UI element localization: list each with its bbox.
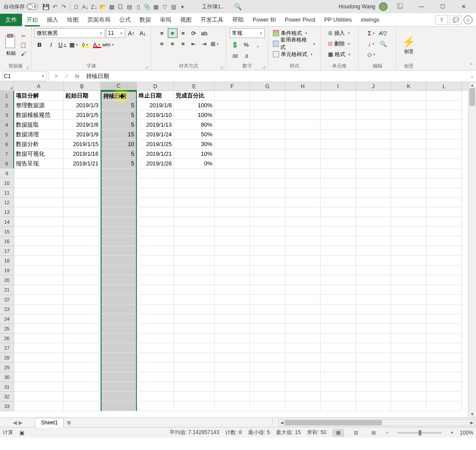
cell-I18[interactable] (321, 256, 356, 266)
cell-H28[interactable] (285, 353, 321, 363)
cell-K28[interactable] (391, 353, 427, 363)
cell-I20[interactable] (321, 275, 356, 285)
cell-J19[interactable] (356, 266, 391, 275)
cell-J27[interactable] (356, 343, 391, 353)
cell-A24[interactable] (14, 314, 64, 324)
cell-D30[interactable] (137, 372, 174, 382)
cell-K25[interactable] (391, 324, 427, 334)
cell-B23[interactable] (64, 304, 101, 314)
scroll-left-icon[interactable]: ◀ (279, 420, 285, 426)
cell-A12[interactable] (14, 198, 64, 207)
number-format-combo[interactable]: 常规▼ (230, 28, 265, 38)
cell-K3[interactable] (391, 110, 427, 120)
cell-J16[interactable] (356, 236, 391, 246)
cell-H18[interactable] (285, 256, 321, 266)
cell-H13[interactable] (285, 207, 321, 217)
cell-H14[interactable] (285, 217, 321, 227)
cell-B20[interactable] (64, 275, 101, 285)
cell-B14[interactable] (64, 217, 101, 227)
cell-E27[interactable] (174, 343, 215, 353)
tab-xlwings[interactable]: xlwings (356, 14, 384, 26)
cell-A10[interactable] (14, 178, 64, 188)
add-sheet-button[interactable]: ⊕ (64, 420, 74, 426)
feedback-icon[interactable]: ☺ (464, 15, 472, 24)
cell-L15[interactable] (427, 227, 462, 236)
cell-G32[interactable] (250, 392, 285, 401)
cell-G17[interactable] (250, 246, 285, 256)
cell-B19[interactable] (64, 266, 101, 275)
table-icon[interactable]: ▦ (152, 3, 159, 10)
align-middle-icon[interactable]: ≡ (168, 28, 178, 38)
row-header-8[interactable]: 8 (0, 159, 14, 169)
cell-C16[interactable] (101, 236, 137, 246)
zoom-level[interactable]: 100% (460, 430, 473, 436)
tab-view[interactable]: 视图 (176, 14, 196, 26)
cell-H17[interactable] (285, 246, 321, 256)
cell-L24[interactable] (427, 314, 462, 324)
cell-C22[interactable] (101, 295, 137, 304)
cell-J23[interactable] (356, 304, 391, 314)
undo-icon[interactable]: ↶ (51, 3, 58, 10)
cell-D2[interactable]: 2019/1/8 (137, 101, 174, 110)
cell-C28[interactable] (101, 353, 137, 363)
cell-J28[interactable] (356, 353, 391, 363)
cell-D13[interactable] (137, 207, 174, 217)
row-header-10[interactable]: 10 (0, 178, 14, 188)
cell-K33[interactable] (391, 401, 427, 411)
cell-L2[interactable] (427, 101, 462, 110)
cell-B33[interactable] (64, 401, 101, 411)
cell-L5[interactable] (427, 130, 462, 139)
cell-J7[interactable] (356, 149, 391, 159)
cell-F2[interactable] (215, 101, 250, 110)
tab-split-handle[interactable] (272, 419, 276, 426)
cell-D5[interactable]: 2019/1/24 (137, 130, 174, 139)
cell-J4[interactable] (356, 120, 391, 130)
cell-F30[interactable] (215, 372, 250, 382)
name-box[interactable]: C1▼ (2, 71, 47, 81)
cell-B3[interactable]: 2019/1/5 (64, 110, 101, 120)
scroll-right-icon[interactable]: ▶ (468, 420, 475, 426)
cell-C2[interactable]: 5 (101, 101, 137, 110)
worksheet-grid[interactable]: ABCDEFGHIJKL1项目分解起始日期持续日期终止日期完成百分比2整理数据源… (0, 82, 468, 417)
cell-G3[interactable] (250, 110, 285, 120)
cell-H10[interactable] (285, 178, 321, 188)
cell-F24[interactable] (215, 314, 250, 324)
cell-F19[interactable] (215, 266, 250, 275)
cell-C13[interactable] (101, 207, 137, 217)
cell-F32[interactable] (215, 392, 250, 401)
cell-L33[interactable] (427, 401, 462, 411)
cell-H1[interactable] (285, 91, 321, 101)
cell-K27[interactable] (391, 343, 427, 353)
cell-B4[interactable]: 2019/1/8 (64, 120, 101, 130)
cell-I4[interactable] (321, 120, 356, 130)
cell-I7[interactable] (321, 149, 356, 159)
cell-B11[interactable] (64, 188, 101, 198)
sort-desc-icon[interactable]: Z↓ (91, 3, 98, 10)
tab-data[interactable]: 数据 (135, 14, 155, 26)
cell-I17[interactable] (321, 246, 356, 256)
cell-E8[interactable]: 0% (174, 159, 215, 169)
cell-D33[interactable] (137, 401, 174, 411)
cell-C21[interactable] (101, 285, 137, 295)
col-header-F[interactable]: F (215, 82, 250, 91)
cell-D29[interactable] (137, 363, 174, 372)
cell-I22[interactable] (321, 295, 356, 304)
font-name-combo[interactable]: 微软雅黑▼ (34, 28, 105, 38)
cell-I24[interactable] (321, 314, 356, 324)
align-bottom-icon[interactable]: ≡ (178, 28, 188, 38)
align-left-icon[interactable]: ≡ (157, 39, 167, 49)
cell-K6[interactable] (391, 139, 427, 149)
cell-F25[interactable] (215, 324, 250, 334)
macro-record-icon[interactable]: ▣ (19, 430, 24, 436)
row-header-23[interactable]: 23 (0, 304, 14, 314)
find-select-icon[interactable]: 🔍 (378, 39, 389, 49)
cell-B7[interactable]: 2019/1/16 (64, 149, 101, 159)
cell-L29[interactable] (427, 363, 462, 372)
group-icon[interactable]: ⿻ (117, 3, 124, 10)
cell-F28[interactable] (215, 353, 250, 363)
cell-K24[interactable] (391, 314, 427, 324)
col-header-J[interactable]: J (356, 82, 391, 91)
clear-icon[interactable]: ◇▼ (366, 49, 377, 59)
cell-D7[interactable]: 2019/1/21 (137, 149, 174, 159)
cell-H16[interactable] (285, 236, 321, 246)
